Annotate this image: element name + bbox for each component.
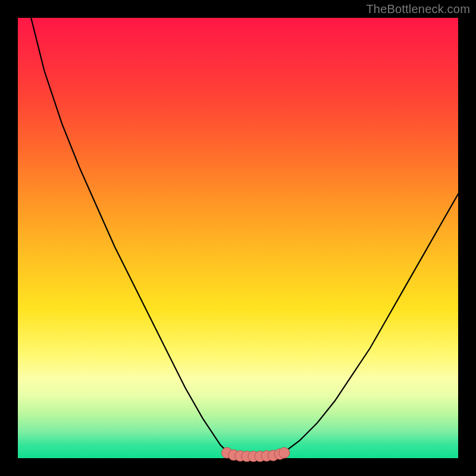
valley-marker [279, 447, 290, 458]
plot-area [18, 18, 458, 458]
curve-left-branch [31, 18, 229, 454]
valley-marker-group [222, 447, 290, 462]
watermark-text: TheBottleneck.com [366, 2, 470, 16]
curve-right-branch [282, 194, 458, 454]
chart-frame: TheBottleneck.com [0, 0, 476, 476]
curve-svg [18, 18, 458, 458]
